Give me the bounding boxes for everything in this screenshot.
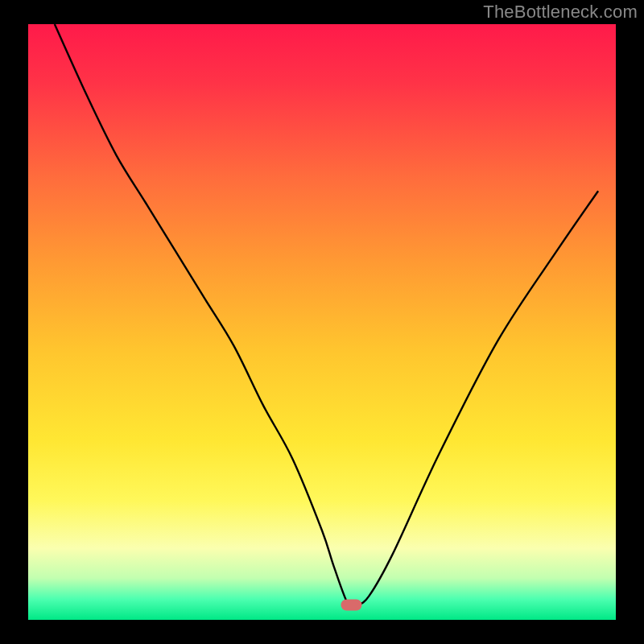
watermark-text: TheBottleneck.com — [483, 2, 638, 23]
bottleneck-chart — [0, 0, 644, 644]
optimal-marker — [341, 600, 362, 611]
chart-container: TheBottleneck.com — [0, 0, 644, 644]
